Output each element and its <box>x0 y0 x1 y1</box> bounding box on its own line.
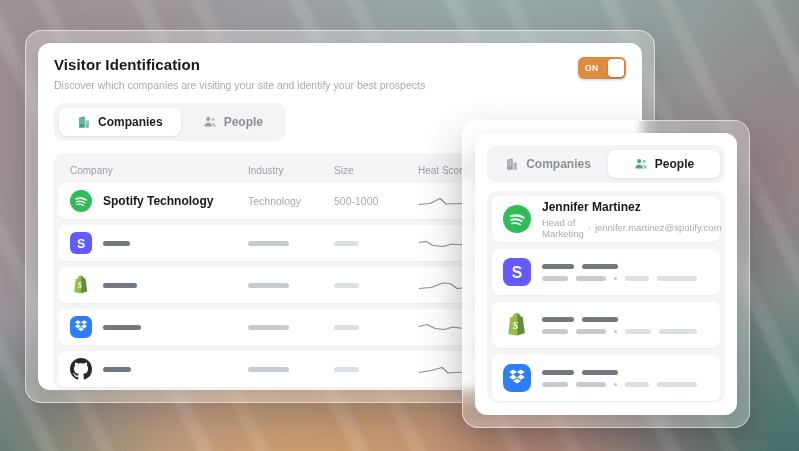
person-title: Head of Marketing <box>542 217 584 239</box>
company-cell <box>70 316 248 338</box>
person-email: jennifer.martinez@spotify.com <box>595 222 722 233</box>
desktop-background: Visitor Identification Discover which co… <box>0 0 799 451</box>
company-cell <box>70 358 248 380</box>
person-row-stripe[interactable]: S <box>492 249 720 295</box>
page-subtitle: Discover which companies are visiting yo… <box>54 79 626 91</box>
company-cell: Spotify Technology <box>70 190 248 212</box>
heat-score-sparkline <box>418 237 464 250</box>
tab-people[interactable]: People <box>608 150 720 178</box>
people-list: Jennifer Martinez Head of Marketing · je… <box>487 191 725 403</box>
industry-placeholder <box>248 325 289 330</box>
company-cell: S <box>70 232 248 254</box>
svg-text:S: S <box>78 281 82 290</box>
people-icon <box>203 115 217 129</box>
building-icon <box>505 157 519 171</box>
stripe-icon: S <box>70 232 92 254</box>
person-row-dropbox[interactable] <box>492 355 720 401</box>
people-view-tabs: Companies People <box>487 145 725 183</box>
person-subtitle-placeholder <box>542 329 697 334</box>
person-info <box>542 264 697 281</box>
heat-score-sparkline <box>418 321 464 334</box>
tab-companies-label: Companies <box>526 157 591 171</box>
person-subtitle: Head of Marketing · jennifer.martinez@sp… <box>542 217 722 239</box>
shopify-icon: S <box>503 311 531 339</box>
column-company: Company <box>70 165 248 176</box>
toggle-knob <box>608 59 624 77</box>
column-industry: Industry <box>248 165 334 176</box>
spotify-icon <box>70 190 92 212</box>
person-name-placeholder <box>542 370 697 375</box>
card-header: Visitor Identification Discover which co… <box>54 56 626 91</box>
svg-text:S: S <box>512 264 523 281</box>
person-row-shopify[interactable]: S <box>492 302 720 348</box>
tab-companies-label: Companies <box>98 115 163 129</box>
heat-score-sparkline <box>418 363 464 376</box>
github-icon <box>70 358 92 380</box>
industry-value: Technology <box>248 195 334 207</box>
person-row-jennifer-martinez[interactable]: Jennifer Martinez Head of Marketing · je… <box>492 196 720 242</box>
size-placeholder <box>334 367 359 372</box>
tab-people[interactable]: People <box>185 108 281 136</box>
company-name-placeholder <box>103 367 131 372</box>
separator-dot <box>614 383 617 386</box>
stripe-icon: S <box>503 258 531 286</box>
size-placeholder <box>334 283 359 288</box>
person-subtitle-placeholder <box>542 382 697 387</box>
dropbox-icon <box>503 364 531 392</box>
person-name-placeholder <box>542 317 697 322</box>
separator-dot <box>614 330 617 333</box>
company-name-placeholder <box>103 283 137 288</box>
separator-dot <box>614 277 617 280</box>
person-subtitle-placeholder <box>542 276 697 281</box>
tab-people-label: People <box>224 115 263 129</box>
building-icon <box>77 115 91 129</box>
industry-placeholder <box>248 241 289 246</box>
tab-companies[interactable]: Companies <box>59 108 181 136</box>
svg-text:S: S <box>77 237 85 251</box>
people-icon <box>634 157 648 171</box>
toggle-on-label: ON <box>585 63 599 73</box>
company-name-placeholder <box>103 241 130 246</box>
industry-placeholder <box>248 283 289 288</box>
person-name-placeholder <box>542 264 697 269</box>
tab-people-label: People <box>655 157 694 171</box>
size-placeholder <box>334 325 359 330</box>
person-info <box>542 317 697 334</box>
person-info: Jennifer Martinez Head of Marketing · je… <box>542 200 722 239</box>
tab-companies[interactable]: Companies <box>492 150 604 178</box>
industry-placeholder <box>248 367 289 372</box>
dropbox-icon <box>70 316 92 338</box>
visitor-identification-toggle[interactable]: ON <box>578 57 626 79</box>
company-name-placeholder <box>103 325 141 330</box>
person-info <box>542 370 697 387</box>
column-size: Size <box>334 165 418 176</box>
view-tabs: Companies People <box>54 103 286 141</box>
people-window: Companies People <box>462 120 750 428</box>
heat-score-sparkline <box>418 195 464 208</box>
page-title: Visitor Identification <box>54 56 626 73</box>
person-name: Jennifer Martinez <box>542 200 722 214</box>
separator-dot: · <box>588 222 591 233</box>
shopify-icon: S <box>70 274 92 296</box>
company-cell: S <box>70 274 248 296</box>
size-placeholder <box>334 241 359 246</box>
svg-text:S: S <box>513 320 519 331</box>
size-value: 500-1000 <box>334 195 418 207</box>
heat-score-sparkline <box>418 279 464 292</box>
spotify-icon <box>503 205 531 233</box>
company-name: Spotify Technology <box>103 194 213 208</box>
people-card: Companies People <box>475 133 737 415</box>
